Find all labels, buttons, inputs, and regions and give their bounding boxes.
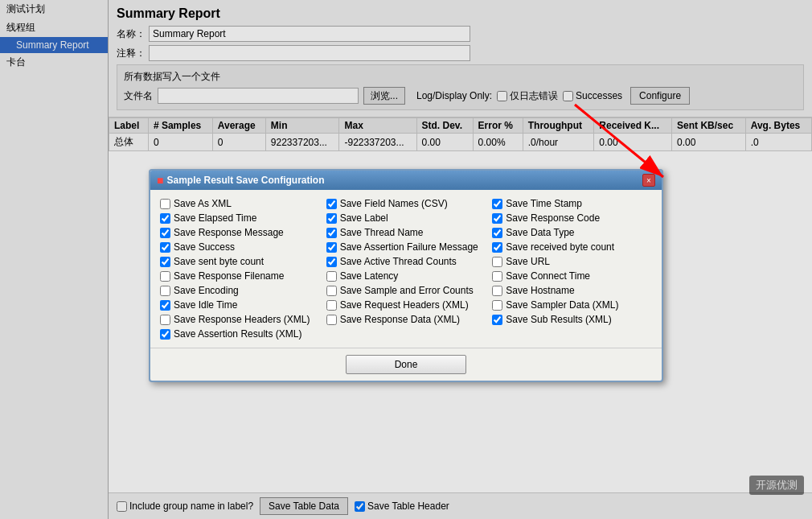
cb-save-url[interactable]: Save URL [492, 256, 652, 267]
cb-save-active-thread[interactable]: Save Active Thread Counts [326, 256, 486, 267]
cb-save-url-input[interactable] [492, 257, 502, 267]
cb-save-response-message-input[interactable] [160, 228, 170, 238]
cb-save-as-xml-input[interactable] [160, 199, 170, 209]
cb-save-connect-time[interactable]: Save Connect Time [492, 270, 652, 282]
cb-save-assertion-failure[interactable]: Save Assertion Failure Message [326, 241, 486, 253]
cb-save-sample-error-input[interactable] [326, 286, 337, 296]
cb-save-data-type-input[interactable] [492, 228, 502, 238]
modal-backdrop: ■ Sample Result Save Configuration × Sav… [0, 0, 812, 519]
cb-save-response-filename-input[interactable] [160, 271, 170, 282]
cb-save-elapsed-time[interactable]: Save Elapsed Time [160, 212, 320, 224]
cb-save-thread-name-input[interactable] [326, 228, 337, 238]
cb-save-response-data-input[interactable] [326, 315, 337, 325]
modal-dialog: ■ Sample Result Save Configuration × Sav… [149, 169, 663, 382]
cb-save-assertion-failure-input[interactable] [326, 242, 337, 253]
cb-save-response-data[interactable]: Save Response Data (XML) [326, 314, 486, 325]
cb-save-response-message[interactable]: Save Response Message [160, 227, 320, 238]
cb-save-data-type[interactable]: Save Data Type [492, 227, 652, 238]
cb-save-label-input[interactable] [326, 213, 337, 224]
cb-save-sub-results[interactable]: Save Sub Results (XML) [492, 314, 652, 325]
cb-save-response-code[interactable]: Save Response Code [492, 212, 652, 224]
modal-icon: ■ [157, 174, 163, 187]
cb-save-success[interactable]: Save Success [160, 241, 320, 253]
cb-save-hostname-input[interactable] [492, 286, 502, 296]
modal-close-button[interactable]: × [642, 174, 655, 187]
cb-save-elapsed-time-input[interactable] [160, 213, 170, 224]
cb-save-encoding-input[interactable] [160, 286, 170, 296]
cb-save-idle-time-input[interactable] [160, 300, 170, 311]
cb-save-sent-byte[interactable]: Save sent byte count [160, 256, 320, 267]
cb-save-request-headers-input[interactable] [326, 300, 337, 311]
cb-save-assertion-results-input[interactable] [160, 329, 170, 340]
cb-save-label[interactable]: Save Label [326, 212, 486, 224]
cb-save-assertion-results[interactable]: Save Assertion Results (XML) [160, 328, 320, 340]
modal-footer: Done [150, 348, 662, 381]
cb-save-response-filename[interactable]: Save Response Filename [160, 270, 320, 282]
cb-save-received-byte-input[interactable] [492, 242, 502, 253]
cb-save-latency[interactable]: Save Latency [326, 270, 486, 282]
checkbox-grid: Save As XML Save Field Names (CSV) Save … [160, 198, 652, 340]
cb-save-hostname[interactable]: Save Hostname [492, 285, 652, 296]
modal-titlebar: ■ Sample Result Save Configuration × [150, 171, 662, 190]
cb-save-connect-time-input[interactable] [492, 271, 502, 282]
cb-save-time-stamp-input[interactable] [492, 199, 502, 209]
cb-save-idle-time[interactable]: Save Idle Time [160, 299, 320, 311]
cb-save-received-byte[interactable]: Save received byte count [492, 241, 652, 253]
cb-save-sent-byte-input[interactable] [160, 257, 170, 267]
cb-save-active-thread-input[interactable] [326, 257, 337, 267]
cb-save-sampler-data[interactable]: Save Sampler Data (XML) [492, 299, 652, 311]
cb-save-field-names-input[interactable] [326, 199, 337, 209]
cb-save-as-xml[interactable]: Save As XML [160, 198, 320, 209]
done-button[interactable]: Done [346, 355, 467, 374]
modal-title: ■ Sample Result Save Configuration [157, 174, 325, 187]
cb-save-sub-results-input[interactable] [492, 315, 502, 325]
cb-save-sampler-data-input[interactable] [492, 300, 502, 311]
cb-save-success-input[interactable] [160, 242, 170, 253]
cb-save-response-code-input[interactable] [492, 213, 502, 224]
cb-save-response-headers[interactable]: Save Response Headers (XML) [160, 314, 320, 325]
cb-save-request-headers[interactable]: Save Request Headers (XML) [326, 299, 486, 311]
cb-save-encoding[interactable]: Save Encoding [160, 285, 320, 296]
cb-save-time-stamp[interactable]: Save Time Stamp [492, 198, 652, 209]
cb-save-latency-input[interactable] [326, 271, 337, 282]
cb-save-response-headers-input[interactable] [160, 315, 170, 325]
cb-save-sample-error[interactable]: Save Sample and Error Counts [326, 285, 486, 296]
cb-save-thread-name[interactable]: Save Thread Name [326, 227, 486, 238]
modal-body: Save As XML Save Field Names (CSV) Save … [150, 190, 662, 348]
cb-save-field-names[interactable]: Save Field Names (CSV) [326, 198, 486, 209]
